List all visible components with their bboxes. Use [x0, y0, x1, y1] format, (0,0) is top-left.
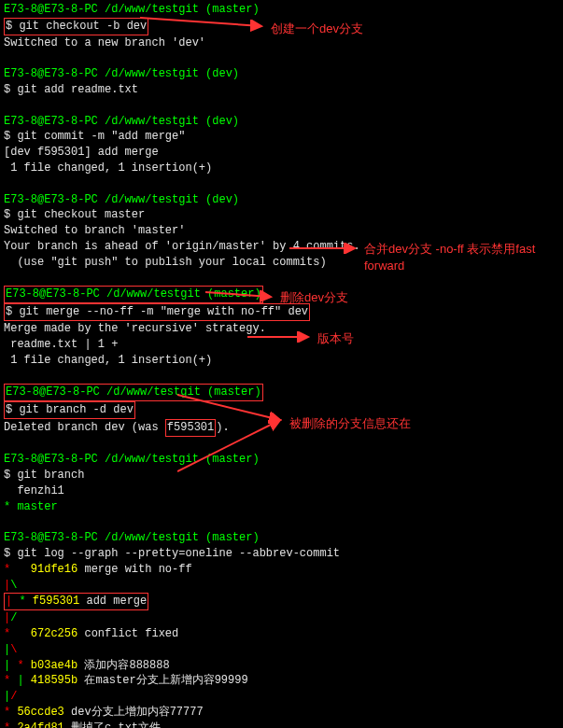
command-text: git merge --no-ff -m "merge with no-ff" … [19, 305, 308, 318]
highlight-box: $ git branch -d dev [4, 401, 135, 419]
highlight-box: | * f595301 add merge [4, 593, 148, 610]
graph-char: * [17, 659, 23, 672]
arrow-icon [177, 415, 289, 476]
prompt-line: E73-8@E73-8-PC /d/www/testgit (dev) [4, 114, 559, 130]
log-line: | * b03ae4b 添加内容888888 [4, 658, 559, 674]
arrow-icon [140, 13, 271, 32]
terminal-line: E73-8@E73-8-PC /d/www/testgit (master) [4, 2, 559, 18]
commit-hash: b03ae4b [31, 659, 77, 672]
commit-msg: add merge [79, 595, 147, 608]
arrow-icon [247, 331, 317, 343]
output-line: * master [4, 499, 559, 515]
blank-line [4, 98, 559, 114]
annotation-deleted-info: 被删除的分支信息还在 [289, 415, 411, 432]
output-line: fenzhi1 [4, 483, 559, 499]
log-line: * 56ccde3 dev分支上增加内容77777 [4, 705, 559, 721]
graph-char: \ [10, 643, 17, 656]
graph-char: | [4, 659, 10, 672]
graph-char: \ [10, 579, 17, 592]
svg-line-2 [205, 292, 271, 297]
log-line: | * f595301 add merge [4, 593, 559, 610]
blank-line [4, 50, 559, 66]
arrow-icon [289, 243, 364, 254]
log-line: |/ [4, 610, 559, 626]
graph-char: * [4, 563, 10, 576]
log-line: |/ [4, 689, 559, 705]
blank-line [4, 176, 559, 192]
dollar-sign: $ [6, 20, 19, 33]
log-line: * | 418595b 在master分支上新增内容99999 [4, 673, 559, 689]
arrow-icon [205, 289, 280, 303]
graph-char: / [10, 690, 17, 703]
annotation-delete-dev: 删除dev分支 [280, 289, 348, 306]
commit-msg: 删掉了c.txt文件 [64, 721, 161, 728]
commit-hash: 2a4fd81 [17, 721, 63, 728]
command-line: $ git checkout master [4, 207, 559, 223]
prompt-line: E73-8@E73-8-PC /d/www/testgit (master) [4, 530, 559, 546]
graph-char: | [17, 674, 23, 687]
commit-hash: 418595b [31, 674, 77, 687]
command-text: git branch -d dev [19, 403, 133, 416]
commit-hash: 672c256 [31, 627, 77, 640]
command-line: $ git commit -m "add merge" [4, 129, 559, 145]
dollar-sign: $ [6, 305, 19, 318]
command-line: $ git add readme.txt [4, 82, 559, 98]
annotation-version: 版本号 [317, 330, 354, 347]
graph-char: * [19, 595, 25, 608]
blank-line [4, 368, 559, 384]
output-line: 1 file changed, 1 insertion(+) [4, 353, 559, 369]
output-line: Switched to branch 'master' [4, 223, 559, 239]
graph-char: * [4, 721, 10, 728]
graph-char: * [4, 706, 10, 719]
highlight-box: $ git checkout -b dev [4, 18, 148, 35]
commit-msg: 在master分支上新增内容99999 [77, 674, 247, 687]
graph-char: * [4, 627, 10, 640]
command-line: $ git log --graph --pretty=oneline --abb… [4, 546, 559, 562]
svg-line-0 [140, 18, 261, 26]
commit-msg: 添加内容888888 [77, 659, 169, 672]
commit-hash: 91dfe16 [31, 563, 77, 576]
log-line: |\ [4, 642, 559, 658]
log-line: * 91dfe16 merge with no-ff [4, 562, 559, 578]
graph-char: | [6, 595, 12, 608]
commit-msg: conflict fixed [77, 627, 178, 640]
commit-hash: f595301 [33, 595, 79, 608]
annotation-merge-noff: 合并dev分支 -no-ff 表示禁用fast forward [364, 241, 551, 274]
annotation-create-dev: 创建一个dev分支 [271, 21, 363, 37]
commit-msg: merge with no-ff [77, 563, 191, 576]
output-text: Deleted branch dev (was [4, 421, 165, 434]
commit-hash: 56ccde3 [17, 706, 63, 719]
output-line: 1 file changed, 1 insertion(+) [4, 161, 559, 176]
highlight-box: $ git merge --no-ff -m "merge with no-ff… [4, 303, 310, 321]
prompt-line: E73-8@E73-8-PC /d/www/testgit (dev) [4, 66, 559, 82]
command-text: git checkout -b dev [19, 20, 147, 33]
prompt-line: E73-8@E73-8-PC /d/www/testgit (dev) [4, 192, 559, 208]
log-line: * 2a4fd81 删掉了c.txt文件 [4, 721, 559, 728]
svg-line-5 [177, 420, 280, 471]
commit-msg: dev分支上增加内容77777 [64, 706, 204, 719]
graph-char: / [10, 611, 17, 624]
log-line: * 672c256 conflict fixed [4, 626, 559, 642]
log-line: |\ [4, 578, 559, 594]
graph-char: * [4, 674, 10, 687]
dollar-sign: $ [6, 403, 19, 416]
output-line: [dev f595301] add merge [4, 145, 559, 161]
blank-line [4, 515, 559, 531]
